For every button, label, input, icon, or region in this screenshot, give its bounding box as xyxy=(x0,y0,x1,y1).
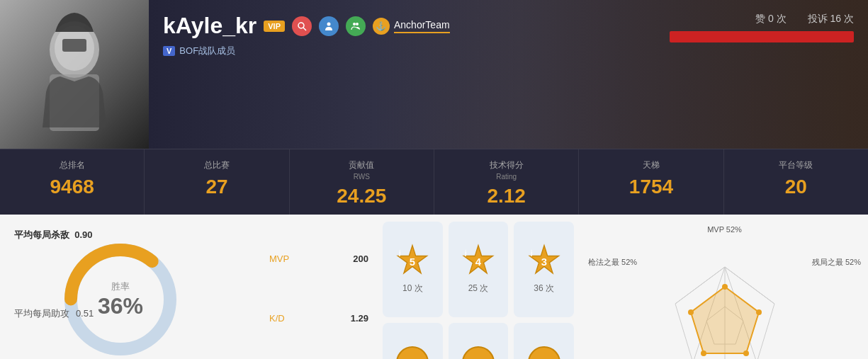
kd-row: K/D 1.29 xyxy=(269,313,368,324)
badge-icon-container: 4K xyxy=(459,345,497,359)
kill-badge-item: 5K 1 次 xyxy=(383,323,443,360)
stat-value: 20 xyxy=(731,176,861,198)
lower-section: 平均每局杀敌 0.90 胜率 36% 平均每局助攻 0.51 每局存活率 38% xyxy=(0,215,868,359)
svg-text:j: j xyxy=(464,249,467,256)
svg-point-39 xyxy=(743,351,749,356)
stat-cell: 天梯 1754 xyxy=(579,149,723,215)
stat-cell: 总排名 9468 xyxy=(0,149,145,215)
donut-value: 36% xyxy=(98,293,143,319)
verified-badge: V xyxy=(163,46,175,56)
stat-value: 1754 xyxy=(586,176,716,198)
badge-icon-container: 5K xyxy=(393,345,432,359)
search-icon[interactable] xyxy=(292,16,312,36)
svg-text:4: 4 xyxy=(475,256,482,268)
svg-point-8 xyxy=(327,22,330,25)
stat-value: 2.12 xyxy=(441,185,571,207)
svg-text:j: j xyxy=(530,249,533,256)
svg-text:3: 3 xyxy=(541,256,547,268)
svg-marker-36 xyxy=(691,287,759,353)
mvp-label: MVP xyxy=(269,253,289,264)
group-icon[interactable] xyxy=(346,16,366,36)
stat-label: 总排名 xyxy=(7,159,137,171)
stat-label: 技术得分 xyxy=(441,159,571,171)
svg-point-41 xyxy=(688,309,694,315)
mvp-row: MVP 200 xyxy=(269,253,368,264)
jv-badge-icon: 3 j xyxy=(525,243,563,280)
donut-label: 胜率 xyxy=(98,280,143,293)
badge-count: 10 次 xyxy=(402,283,423,295)
anchor-icon: ⚓ xyxy=(373,18,390,35)
kill-badge-item: 3 j 36 次 xyxy=(514,222,574,317)
stat-value: 24.25 xyxy=(297,185,427,207)
donut-text: 胜率 36% xyxy=(98,280,143,319)
svg-point-6 xyxy=(298,23,304,28)
donut-container: 胜率 36% xyxy=(57,236,184,359)
username: kAyle_kr xyxy=(163,13,257,39)
badge-count: 36 次 xyxy=(534,283,554,295)
avatar-section: 金木研 xyxy=(0,0,149,149)
left-panel: 平均每局杀敌 0.90 胜率 36% 平均每局助攻 0.51 每局存活率 38% xyxy=(0,215,262,359)
k-badge-icon: 4K xyxy=(459,345,497,359)
svg-point-38 xyxy=(756,309,762,315)
header-right: 赞 0 次 投诉 16 次 xyxy=(641,0,868,149)
stat-sublabel: RWS xyxy=(297,173,427,181)
svg-text:j: j xyxy=(398,249,401,256)
svg-point-9 xyxy=(353,23,356,25)
profile-info: kAyle_kr VIP ⚓ AnchorTeam V BOF战队成员 xyxy=(149,0,641,149)
team-badge-row: V BOF战队成员 xyxy=(163,45,627,57)
jv-badge-icon: 5 j xyxy=(393,243,432,280)
kills-panel: 5 j 10 次 4 j 25 次 xyxy=(376,215,581,359)
mid-left-panel: MVP 200 K/D 1.29 爆头率 45% xyxy=(262,215,376,359)
stats-row: 总排名 9468 总比赛 27 贡献值 RWS 24.25 技术得分 Ratin… xyxy=(0,149,868,215)
svg-text:5: 5 xyxy=(410,256,415,268)
avatar: 金木研 xyxy=(0,0,149,149)
radar-mvp-label: MVP 52% xyxy=(707,225,742,234)
avatar-svg xyxy=(0,0,149,149)
avg-assists-value: 0.51 xyxy=(76,308,94,319)
kd-value: 1.29 xyxy=(351,313,368,324)
vip-badge: VIP xyxy=(264,21,285,32)
badge-count: 25 次 xyxy=(468,283,489,295)
radar-container xyxy=(654,260,796,360)
svg-point-37 xyxy=(722,284,728,290)
badge-icon-container: 4 j xyxy=(459,244,497,279)
name-row: kAyle_kr VIP ⚓ AnchorTeam xyxy=(163,13,627,39)
praise-row: 赞 0 次 投诉 16 次 xyxy=(755,13,854,25)
complaint-text: 投诉 16 次 xyxy=(808,13,854,25)
stat-value: 9468 xyxy=(7,176,137,198)
kill-badge-item: 4 j 25 次 xyxy=(449,222,509,317)
anchor-team-label: AnchorTeam xyxy=(394,19,450,33)
badge-icon-container: 3 j xyxy=(525,244,563,279)
kill-badge-item: 4K 1 次 xyxy=(449,323,509,360)
svg-line-7 xyxy=(303,28,306,30)
k-badge-icon: 3K xyxy=(525,345,563,359)
profile-header: 金木研 kAyle_kr VIP ⚓ AnchorTeam V BOF战队成员 xyxy=(0,0,868,149)
k-badge-icon: 5K xyxy=(393,345,432,359)
stat-value: 27 xyxy=(152,176,281,198)
stat-cell: 总比赛 27 xyxy=(145,149,289,215)
stat-label: 贡献值 xyxy=(297,159,427,171)
avg-assists-label: 平均每局助攻 xyxy=(14,308,69,319)
badge-icon-container: 3K xyxy=(525,345,563,359)
svg-point-10 xyxy=(356,23,359,25)
praise-text: 赞 0 次 xyxy=(755,13,787,25)
person-icon[interactable] xyxy=(319,16,339,36)
team-name: BOF战队成员 xyxy=(179,45,235,57)
anchor-team[interactable]: ⚓ AnchorTeam xyxy=(373,18,450,35)
kd-label: K/D xyxy=(269,313,285,324)
avg-assists-stat: 平均每局助攻 0.51 xyxy=(14,307,94,320)
stat-label: 天梯 xyxy=(586,159,716,171)
stat-cell: 平台等级 20 xyxy=(724,149,868,215)
badge-icon-container: 5 j xyxy=(393,244,432,279)
radar-panel: MVP 52% 残局之最 52% 狙击之最 52% 突破之最 52% 枪法之最 … xyxy=(581,215,868,359)
stat-sublabel: Rating xyxy=(441,173,571,181)
svg-point-40 xyxy=(701,351,706,356)
stat-cell: 贡献值 RWS 24.25 xyxy=(290,149,434,215)
stat-cell: 技术得分 Rating 2.12 xyxy=(434,149,579,215)
jv-badge-icon: 4 j xyxy=(459,243,497,280)
stat-label: 总比赛 xyxy=(152,159,281,171)
stat-label: 平台等级 xyxy=(731,159,861,171)
radar-survival-label: 残局之最 52% xyxy=(812,257,861,268)
svg-rect-5 xyxy=(62,39,86,52)
complaint-bar xyxy=(670,31,854,42)
